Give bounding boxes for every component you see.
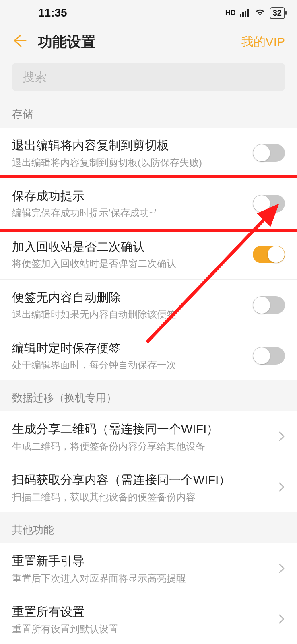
search-input[interactable]: 搜索: [12, 63, 285, 91]
item-text: 重置所有设置重置所有设置到默认设置: [12, 604, 274, 636]
item-title: 生成分享二维码（需连接同一个WIFI）: [12, 421, 274, 438]
item-title: 扫码获取分享内容（需连接同一个WIFI）: [12, 472, 274, 488]
item-subtitle: 退出编辑将内容复制到剪切板(以防保存失败): [12, 156, 253, 169]
settings-item[interactable]: 扫码获取分享内容（需连接同一个WIFI）扫描二维码，获取其他设备的便签备份内容: [0, 462, 297, 512]
settings-item[interactable]: 重置所有设置重置所有设置到默认设置: [0, 594, 297, 644]
item-subtitle: 重置所有设置到默认设置: [12, 623, 274, 636]
wifi-icon: [254, 6, 266, 19]
item-text: 退出编辑将内容复制到剪切板退出编辑将内容复制到剪切板(以防保存失败): [12, 137, 253, 169]
item-title: 退出编辑将内容复制到剪切板: [12, 137, 253, 154]
toggle-switch[interactable]: [253, 144, 285, 162]
settings-item[interactable]: 重置新手引导重置后下次进入对应界面将显示高亮提醒: [0, 543, 297, 594]
item-subtitle: 扫描二维码，获取其他设备的便签备份内容: [12, 491, 274, 504]
item-subtitle: 编辑完保存成功时提示'保存成功~': [12, 206, 253, 219]
item-subtitle: 生成二维码，将便签备份内容分享给其他设备: [12, 440, 274, 453]
toggle-switch[interactable]: [253, 347, 285, 365]
item-text: 扫码获取分享内容（需连接同一个WIFI）扫描二维码，获取其他设备的便签备份内容: [12, 472, 274, 504]
settings-item[interactable]: 生成分享二维码（需连接同一个WIFI）生成二维码，将便签备份内容分享给其他设备: [0, 411, 297, 462]
chevron-right-icon: [278, 561, 285, 577]
status-time: 11:35: [38, 6, 67, 19]
toggle-switch[interactable]: [253, 195, 285, 213]
chevron-right-icon: [278, 429, 285, 445]
nav-bar: 功能设置 我的VIP: [0, 26, 297, 58]
back-icon[interactable]: [12, 33, 32, 51]
settings-item[interactable]: 保存成功提示编辑完保存成功时提示'保存成功~': [0, 178, 297, 229]
settings-item[interactable]: 加入回收站是否二次确认将便签加入回收站时是否弹窗二次确认: [0, 229, 297, 280]
toggle-switch[interactable]: [253, 296, 285, 314]
item-title: 加入回收站是否二次确认: [12, 239, 253, 255]
item-text: 保存成功提示编辑完保存成功时提示'保存成功~': [12, 188, 253, 220]
hd-icon: HD: [225, 9, 236, 17]
status-bar: 11:35 HD 32: [0, 0, 297, 26]
svg-rect-2: [245, 11, 246, 17]
section-header: 其他功能: [0, 512, 297, 543]
svg-rect-1: [242, 12, 244, 17]
item-title: 重置所有设置: [12, 604, 274, 620]
section-header: 存储: [0, 97, 297, 128]
item-title: 重置新手引导: [12, 553, 274, 570]
item-text: 生成分享二维码（需连接同一个WIFI）生成二维码，将便签备份内容分享给其他设备: [12, 421, 274, 453]
svg-rect-3: [247, 9, 249, 17]
item-subtitle: 将便签加入回收站时是否弹窗二次确认: [12, 257, 253, 270]
settings-item[interactable]: 退出编辑将内容复制到剪切板退出编辑将内容复制到剪切板(以防保存失败): [0, 128, 297, 178]
item-subtitle: 重置后下次进入对应界面将显示高亮提醒: [12, 572, 274, 585]
signal-icon: [240, 6, 250, 19]
page-title: 功能设置: [38, 32, 241, 52]
item-title: 编辑时定时保存便签: [12, 340, 253, 357]
svg-rect-0: [240, 14, 241, 17]
item-text: 加入回收站是否二次确认将便签加入回收站时是否弹窗二次确认: [12, 239, 253, 270]
chevron-right-icon: [278, 480, 285, 495]
vip-link[interactable]: 我的VIP: [241, 34, 285, 50]
chevron-right-icon: [278, 612, 285, 627]
item-title: 保存成功提示: [12, 188, 253, 204]
battery-icon: 32: [270, 7, 285, 19]
section-header: 数据迁移（换机专用）: [0, 380, 297, 411]
item-title: 便签无内容自动删除: [12, 289, 253, 306]
item-text: 便签无内容自动删除退出编辑时如果无内容自动删除该便签: [12, 289, 253, 321]
settings-item[interactable]: 便签无内容自动删除退出编辑时如果无内容自动删除该便签: [0, 280, 297, 330]
item-subtitle: 处于编辑界面时，每分钟自动保存一次: [12, 359, 253, 372]
settings-item[interactable]: 编辑时定时保存便签处于编辑界面时，每分钟自动保存一次: [0, 330, 297, 381]
item-subtitle: 退出编辑时如果无内容自动删除该便签: [12, 308, 253, 321]
search-placeholder: 搜索: [23, 69, 47, 85]
item-text: 重置新手引导重置后下次进入对应界面将显示高亮提醒: [12, 553, 274, 585]
status-indicators: HD 32: [225, 6, 285, 19]
toggle-switch[interactable]: [253, 246, 285, 263]
item-text: 编辑时定时保存便签处于编辑界面时，每分钟自动保存一次: [12, 340, 253, 372]
